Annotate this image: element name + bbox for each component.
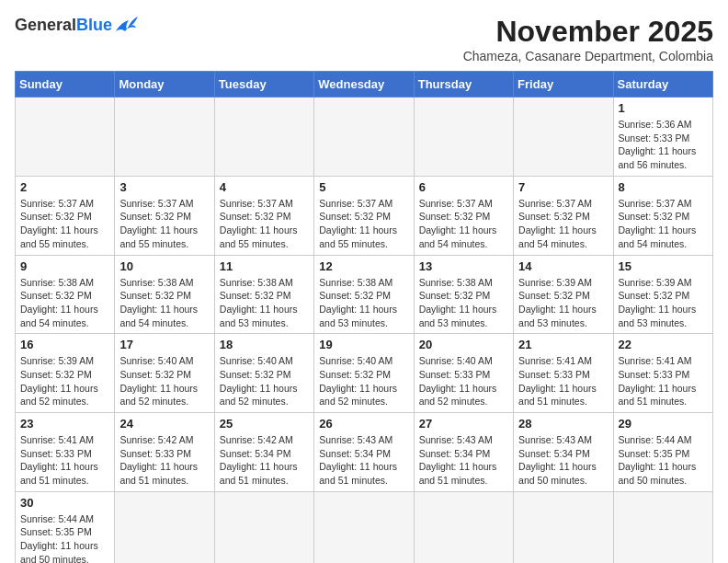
weekday-header-saturday: Saturday xyxy=(613,72,712,98)
calendar-cell xyxy=(214,491,313,563)
calendar-cell: 4Sunrise: 5:37 AMSunset: 5:32 PMDaylight… xyxy=(214,176,313,255)
day-number: 3 xyxy=(119,180,209,194)
calendar-cell: 24Sunrise: 5:42 AMSunset: 5:33 PMDayligh… xyxy=(115,413,214,492)
month-title: November 2025 xyxy=(463,15,713,49)
day-number: 24 xyxy=(119,417,209,431)
calendar-cell: 16Sunrise: 5:39 AMSunset: 5:32 PMDayligh… xyxy=(16,334,115,413)
day-number: 4 xyxy=(220,180,309,194)
title-section: November 2025 Chameza, Casanare Departme… xyxy=(463,15,713,63)
cell-details: Sunrise: 5:42 AMSunset: 5:34 PMDaylight:… xyxy=(220,433,309,488)
cell-details: Sunrise: 5:39 AMSunset: 5:32 PMDaylight:… xyxy=(20,354,109,408)
calendar-cell xyxy=(115,98,214,177)
calendar-cell: 10Sunrise: 5:38 AMSunset: 5:32 PMDayligh… xyxy=(115,255,214,334)
day-number: 21 xyxy=(518,338,608,351)
day-number: 1 xyxy=(619,101,708,115)
day-number: 15 xyxy=(619,259,708,273)
calendar-table: SundayMondayTuesdayWednesdayThursdayFrid… xyxy=(15,71,713,563)
calendar-cell: 7Sunrise: 5:37 AMSunset: 5:32 PMDaylight… xyxy=(514,176,613,255)
day-number: 16 xyxy=(20,338,109,351)
location-subtitle: Chameza, Casanare Department, Colombia xyxy=(463,49,713,63)
cell-details: Sunrise: 5:38 AMSunset: 5:32 PMDaylight:… xyxy=(220,276,309,330)
calendar-cell: 18Sunrise: 5:40 AMSunset: 5:32 PMDayligh… xyxy=(214,334,313,413)
logo: General Blue xyxy=(15,15,140,35)
logo-blue-text: Blue xyxy=(76,16,112,35)
cell-details: Sunrise: 5:37 AMSunset: 5:32 PMDaylight:… xyxy=(419,197,508,251)
day-number: 9 xyxy=(20,259,109,273)
day-number: 23 xyxy=(20,417,109,431)
cell-details: Sunrise: 5:40 AMSunset: 5:32 PMDaylight:… xyxy=(119,354,209,408)
day-number: 7 xyxy=(518,180,608,194)
calendar-cell: 29Sunrise: 5:44 AMSunset: 5:35 PMDayligh… xyxy=(613,413,712,492)
cell-details: Sunrise: 5:41 AMSunset: 5:33 PMDaylight:… xyxy=(619,354,708,408)
weekday-header-row: SundayMondayTuesdayWednesdayThursdayFrid… xyxy=(16,72,713,98)
calendar-cell xyxy=(414,98,513,177)
day-number: 17 xyxy=(119,338,209,351)
day-number: 18 xyxy=(220,338,309,351)
weekday-header-thursday: Thursday xyxy=(414,72,513,98)
logo-bird-icon xyxy=(114,15,140,35)
calendar-cell: 3Sunrise: 5:37 AMSunset: 5:32 PMDaylight… xyxy=(115,176,214,255)
logo-general-text: General xyxy=(15,16,76,35)
cell-details: Sunrise: 5:40 AMSunset: 5:33 PMDaylight:… xyxy=(419,354,508,408)
calendar-week-2: 9Sunrise: 5:38 AMSunset: 5:32 PMDaylight… xyxy=(16,255,713,334)
calendar-cell xyxy=(16,98,115,177)
cell-details: Sunrise: 5:40 AMSunset: 5:32 PMDaylight:… xyxy=(220,354,309,408)
cell-details: Sunrise: 5:44 AMSunset: 5:35 PMDaylight:… xyxy=(619,433,708,488)
weekday-header-wednesday: Wednesday xyxy=(314,72,414,98)
calendar-cell: 27Sunrise: 5:43 AMSunset: 5:34 PMDayligh… xyxy=(414,413,513,492)
cell-details: Sunrise: 5:43 AMSunset: 5:34 PMDaylight:… xyxy=(419,433,508,488)
calendar-cell: 23Sunrise: 5:41 AMSunset: 5:33 PMDayligh… xyxy=(16,413,115,492)
calendar-cell: 9Sunrise: 5:38 AMSunset: 5:32 PMDaylight… xyxy=(16,255,115,334)
cell-details: Sunrise: 5:38 AMSunset: 5:32 PMDaylight:… xyxy=(20,276,109,330)
cell-details: Sunrise: 5:37 AMSunset: 5:32 PMDaylight:… xyxy=(220,197,309,251)
cell-details: Sunrise: 5:39 AMSunset: 5:32 PMDaylight:… xyxy=(518,276,608,330)
calendar-cell xyxy=(514,98,613,177)
calendar-cell: 8Sunrise: 5:37 AMSunset: 5:32 PMDaylight… xyxy=(613,176,712,255)
cell-details: Sunrise: 5:43 AMSunset: 5:34 PMDaylight:… xyxy=(518,433,608,488)
calendar-cell: 22Sunrise: 5:41 AMSunset: 5:33 PMDayligh… xyxy=(613,334,712,413)
day-number: 10 xyxy=(119,259,209,273)
cell-details: Sunrise: 5:41 AMSunset: 5:33 PMDaylight:… xyxy=(518,354,608,408)
cell-details: Sunrise: 5:42 AMSunset: 5:33 PMDaylight:… xyxy=(119,433,209,488)
cell-details: Sunrise: 5:37 AMSunset: 5:32 PMDaylight:… xyxy=(119,197,209,251)
day-number: 22 xyxy=(619,338,708,351)
calendar-cell xyxy=(514,491,613,563)
calendar-cell xyxy=(115,491,214,563)
calendar-cell: 12Sunrise: 5:38 AMSunset: 5:32 PMDayligh… xyxy=(314,255,414,334)
calendar-cell: 13Sunrise: 5:38 AMSunset: 5:32 PMDayligh… xyxy=(414,255,513,334)
calendar-week-0: 1Sunrise: 5:36 AMSunset: 5:33 PMDaylight… xyxy=(16,98,713,177)
day-number: 13 xyxy=(419,259,508,273)
calendar-cell: 14Sunrise: 5:39 AMSunset: 5:32 PMDayligh… xyxy=(514,255,613,334)
calendar-cell: 19Sunrise: 5:40 AMSunset: 5:32 PMDayligh… xyxy=(314,334,414,413)
day-number: 5 xyxy=(319,180,408,194)
day-number: 12 xyxy=(319,259,408,273)
page-header: General Blue November 2025 Chameza, Casa… xyxy=(15,15,713,63)
calendar-cell xyxy=(314,98,414,177)
day-number: 26 xyxy=(319,417,408,431)
calendar-week-1: 2Sunrise: 5:37 AMSunset: 5:32 PMDaylight… xyxy=(16,176,713,255)
day-number: 8 xyxy=(619,180,708,194)
day-number: 30 xyxy=(20,496,109,510)
cell-details: Sunrise: 5:40 AMSunset: 5:32 PMDaylight:… xyxy=(319,354,408,408)
day-number: 28 xyxy=(518,417,608,431)
calendar-cell xyxy=(414,491,513,563)
cell-details: Sunrise: 5:38 AMSunset: 5:32 PMDaylight:… xyxy=(119,276,209,330)
weekday-header-friday: Friday xyxy=(514,72,613,98)
cell-details: Sunrise: 5:38 AMSunset: 5:32 PMDaylight:… xyxy=(319,276,408,330)
calendar-cell xyxy=(214,98,313,177)
calendar-cell: 2Sunrise: 5:37 AMSunset: 5:32 PMDaylight… xyxy=(16,176,115,255)
calendar-cell: 25Sunrise: 5:42 AMSunset: 5:34 PMDayligh… xyxy=(214,413,313,492)
calendar-cell xyxy=(613,491,712,563)
cell-details: Sunrise: 5:36 AMSunset: 5:33 PMDaylight:… xyxy=(619,118,708,172)
cell-details: Sunrise: 5:37 AMSunset: 5:32 PMDaylight:… xyxy=(619,197,708,251)
weekday-header-monday: Monday xyxy=(115,72,214,98)
day-number: 27 xyxy=(419,417,508,431)
calendar-cell: 21Sunrise: 5:41 AMSunset: 5:33 PMDayligh… xyxy=(514,334,613,413)
day-number: 19 xyxy=(319,338,408,351)
cell-details: Sunrise: 5:37 AMSunset: 5:32 PMDaylight:… xyxy=(319,197,408,251)
day-number: 14 xyxy=(518,259,608,273)
cell-details: Sunrise: 5:37 AMSunset: 5:32 PMDaylight:… xyxy=(518,197,608,251)
cell-details: Sunrise: 5:37 AMSunset: 5:32 PMDaylight:… xyxy=(20,197,109,251)
calendar-week-3: 16Sunrise: 5:39 AMSunset: 5:32 PMDayligh… xyxy=(16,334,713,413)
calendar-week-4: 23Sunrise: 5:41 AMSunset: 5:33 PMDayligh… xyxy=(16,413,713,492)
